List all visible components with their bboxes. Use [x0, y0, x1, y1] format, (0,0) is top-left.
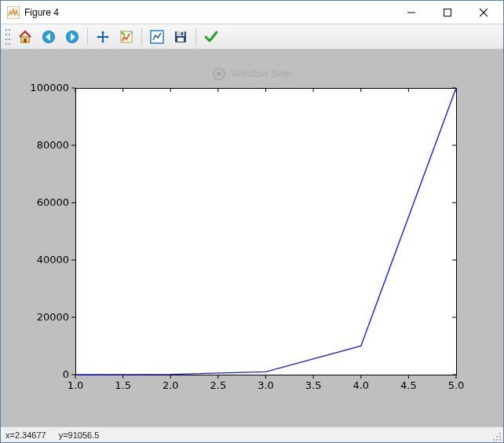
resize-grip[interactable]	[492, 432, 502, 441]
svg-text:80000: 80000	[37, 139, 69, 151]
svg-text:40000: 40000	[37, 254, 69, 265]
svg-rect-16	[177, 31, 184, 36]
svg-text:5.0: 5.0	[448, 379, 465, 391]
minimize-button[interactable]	[393, 1, 429, 24]
svg-rect-17	[181, 32, 183, 35]
status-x: x=2.34677	[5, 430, 46, 440]
toolbar-separator	[141, 28, 142, 46]
save-button[interactable]	[170, 27, 191, 47]
window-title: Figure 4	[24, 7, 59, 18]
edit-parameters-button[interactable]	[201, 27, 221, 47]
svg-text:3.5: 3.5	[305, 379, 322, 391]
svg-text:100000: 100000	[30, 82, 69, 93]
svg-text:3.0: 3.0	[257, 379, 274, 391]
status-bar: x=2.34677 y=91056.5	[1, 427, 503, 443]
svg-rect-2	[444, 9, 451, 16]
svg-point-66	[499, 433, 501, 434]
close-button[interactable]	[466, 1, 502, 24]
svg-text:60000: 60000	[37, 196, 69, 208]
toolbar-grip	[5, 29, 10, 45]
maximize-button[interactable]	[429, 1, 466, 24]
status-y: y=91056.5	[59, 430, 100, 440]
configure-subplots-button[interactable]	[147, 27, 167, 47]
svg-text:4.5: 4.5	[400, 379, 417, 391]
svg-text:1.5: 1.5	[115, 379, 131, 391]
svg-text:0: 0	[63, 368, 69, 380]
window-titlebar: Figure 4	[1, 1, 503, 24]
back-button[interactable]	[38, 27, 59, 47]
svg-text:20000: 20000	[37, 311, 69, 323]
svg-text:4.0: 4.0	[352, 379, 369, 391]
home-button[interactable]	[15, 27, 35, 47]
pan-button[interactable]	[93, 27, 113, 47]
svg-rect-18	[177, 38, 184, 42]
toolbar-separator	[195, 28, 196, 46]
zoom-button[interactable]	[116, 27, 137, 47]
app-icon	[7, 6, 20, 19]
svg-point-69	[493, 439, 495, 441]
svg-text:2.5: 2.5	[210, 379, 227, 391]
svg-point-68	[499, 436, 501, 438]
svg-text:1.0: 1.0	[68, 379, 84, 391]
svg-text:2.0: 2.0	[163, 379, 179, 391]
forward-button[interactable]	[62, 27, 82, 47]
svg-point-71	[499, 439, 501, 441]
plot-svg: 1.01.52.02.53.03.54.04.55.00200004000060…	[16, 64, 488, 410]
toolbar-separator	[87, 28, 88, 46]
toolbar	[1, 24, 503, 49]
svg-point-70	[496, 439, 498, 441]
svg-rect-6	[24, 38, 27, 42]
svg-point-67	[496, 436, 498, 438]
figure-canvas[interactable]: Window Snip 1.01.52.02.53.03.54.04.55.00…	[1, 49, 503, 427]
svg-rect-19	[75, 88, 456, 375]
